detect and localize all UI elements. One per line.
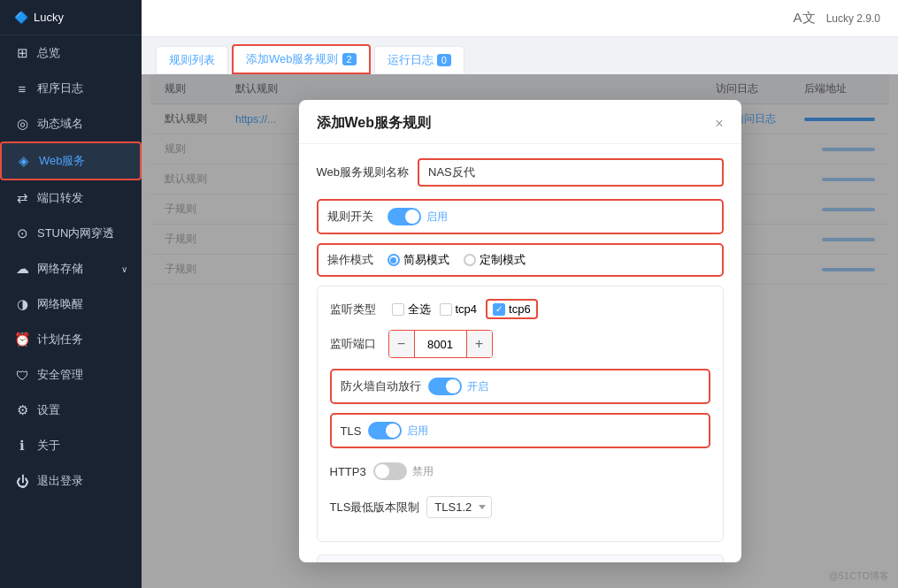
firewall-toggle[interactable]: 开启 [428, 378, 488, 395]
topbar: A文 Lucky 2.9.0 [142, 0, 898, 37]
logo-icon: 🔷 [14, 11, 28, 24]
sidebar-item-label: 端口转发 [37, 190, 83, 206]
sidebar-item-security[interactable]: 🛡 安全管理 [0, 357, 142, 393]
select-all-checkbox[interactable]: — [392, 303, 404, 316]
modal: 添加Web服务规则 × Web服务规则名称 规则开关 [299, 100, 741, 562]
modal-body: Web服务规则名称 规则开关 启用 [299, 144, 741, 562]
overview-icon: ⊞ [14, 45, 30, 61]
port-increment-button[interactable]: + [467, 331, 492, 357]
mode-simple-label: 简易模式 [403, 252, 449, 268]
firewall-label: 防火墙自动放行 [341, 378, 421, 394]
tab-add-web-rule-label: 添加Web服务规则 [246, 51, 339, 67]
rule-switch-label: 规则开关 [327, 209, 380, 225]
mode-custom-radio[interactable] [464, 254, 476, 266]
tab-rule-list-label: 规则列表 [169, 52, 215, 68]
modal-header: 添加Web服务规则 × [299, 100, 741, 144]
sidebar-item-scheduled-tasks[interactable]: ⏰ 计划任务 [0, 322, 142, 357]
mode-simple-option[interactable]: 简易模式 [388, 252, 449, 268]
web-icon: ◈ [16, 153, 32, 169]
tcp6-checkbox[interactable]: ✓ [493, 303, 505, 316]
sidebar: 🔷 Lucky ⊞ 总览 ≡ 程序日志 ◎ 动态域名 ◈ Web服务 ⇄ 端口转… [0, 0, 142, 588]
rule-switch-toggle-knob[interactable] [388, 208, 421, 225]
rule-name-label: Web服务规则名称 [317, 164, 410, 180]
port-icon: ⇄ [14, 190, 30, 206]
tab-add-web-rule-badge: 2 [342, 53, 357, 65]
sidebar-item-label: 总览 [37, 45, 60, 61]
port-input[interactable] [414, 331, 467, 357]
listen-port-row: 监听端口 − + [330, 330, 710, 358]
select-all-checkbox-wrap[interactable]: — 全选 [392, 302, 431, 317]
operation-mode-label: 操作模式 [327, 252, 380, 268]
sidebar-item-label: 网络唤醒 [37, 296, 83, 312]
modal-overlay: 添加Web服务规则 × Web服务规则名称 规则开关 [142, 74, 898, 588]
logout-icon: ⏻ [14, 474, 30, 489]
listen-type-label: 监听类型 [330, 302, 383, 317]
modal-title: 添加Web服务规则 [317, 114, 431, 133]
tcp6-label: tcp6 [509, 302, 531, 316]
sidebar-item-label: 安全管理 [37, 367, 83, 383]
mode-simple-radio[interactable] [388, 254, 400, 266]
mode-custom-option[interactable]: 定制模式 [464, 252, 526, 268]
sidebar-item-network-storage[interactable]: ☁ 网络存储 ∨ [0, 251, 142, 286]
sidebar-item-label: STUN内网穿透 [37, 225, 114, 241]
tcp4-label: tcp4 [456, 302, 478, 316]
stun-icon: ⊙ [14, 225, 30, 241]
listen-port-label: 监听端口 [330, 336, 383, 352]
sidebar-item-web-service[interactable]: ◈ Web服务 [0, 141, 142, 180]
tls-state: 启用 [407, 424, 428, 439]
sidebar-item-label: 计划任务 [37, 332, 83, 347]
sidebar-item-stun[interactable]: ⊙ STUN内网穿透 [0, 216, 142, 251]
http3-state: 禁用 [412, 464, 434, 479]
tls-row: TLS 启用 [330, 413, 710, 448]
task-icon: ⏰ [14, 332, 30, 347]
tls-toggle[interactable]: 启用 [368, 422, 428, 439]
storage-icon: ☁ [14, 261, 30, 277]
firewall-toggle-knob[interactable] [428, 378, 462, 395]
tls-toggle-knob[interactable] [368, 422, 402, 439]
tab-run-log[interactable]: 运行日志 0 [374, 46, 464, 73]
sidebar-item-settings[interactable]: ⚙ 设置 [0, 393, 142, 428]
rule-name-input[interactable] [418, 158, 724, 187]
tls-min-label: TLS最低版本限制 [330, 500, 420, 515]
about-icon: ℹ [14, 438, 30, 454]
sidebar-item-wake-on-lan[interactable]: ◑ 网络唤醒 [0, 286, 142, 322]
firewall-row: 防火墙自动放行 开启 [330, 369, 710, 404]
tcp6-checkbox-wrap[interactable]: ✓ tcp6 [486, 299, 538, 319]
sidebar-item-overview[interactable]: ⊞ 总览 [0, 35, 142, 71]
sidebar-item-program-log[interactable]: ≡ 程序日志 [0, 71, 142, 106]
port-stepper: − + [388, 330, 493, 358]
operation-mode-row: 操作模式 简易模式 定制模式 [317, 243, 724, 277]
sidebar-item-label: 关于 [37, 438, 60, 454]
sidebar-item-about[interactable]: ℹ 关于 [0, 428, 142, 463]
mode-custom-label: 定制模式 [480, 252, 526, 268]
tab-rule-list[interactable]: 规则列表 [156, 46, 228, 73]
sidebar-item-label: 设置 [37, 402, 60, 418]
http3-toggle[interactable]: 禁用 [373, 462, 434, 480]
http3-label: HTTP3 [330, 465, 366, 478]
tab-add-web-rule[interactable]: 添加Web服务规则 2 [232, 44, 371, 74]
http3-toggle-knob[interactable] [373, 462, 407, 480]
sidebar-item-port-forward[interactable]: ⇄ 端口转发 [0, 180, 142, 216]
rule-switch-toggle[interactable]: 启用 [388, 208, 448, 225]
select-all-label: 全选 [408, 302, 431, 317]
expand-icon: ∨ [121, 264, 127, 274]
rule-switch-row: 规则开关 启用 [317, 199, 724, 234]
modal-close-button[interactable]: × [715, 116, 723, 132]
tab-run-log-badge: 0 [437, 54, 451, 66]
tcp4-checkbox[interactable] [440, 303, 452, 316]
tab-run-log-label: 运行日志 [388, 52, 434, 68]
config-box: 监听类型 — 全选 tcp4 ✓ tcp6 [317, 286, 724, 542]
tls-min-select[interactable]: TLS1.2TLS1.3 [426, 496, 492, 518]
log-icon: ≡ [14, 81, 30, 96]
tls-label: TLS [341, 424, 362, 438]
tcp4-checkbox-wrap[interactable]: tcp4 [440, 302, 478, 316]
security-icon: 🛡 [14, 368, 30, 383]
sidebar-item-label: Web服务 [39, 153, 86, 169]
sub-rule-box: 子规则列表 批量修改域名 添加子规则 [317, 554, 724, 562]
sidebar-logo: 🔷 Lucky [0, 0, 142, 35]
logo-text: Lucky [34, 11, 64, 24]
port-decrement-button[interactable]: − [389, 331, 414, 357]
sidebar-item-dynamic-dns[interactable]: ◎ 动态域名 [0, 106, 142, 141]
sidebar-item-logout[interactable]: ⏻ 退出登录 [0, 463, 142, 499]
username: Lucky 2.9.0 [826, 12, 880, 25]
